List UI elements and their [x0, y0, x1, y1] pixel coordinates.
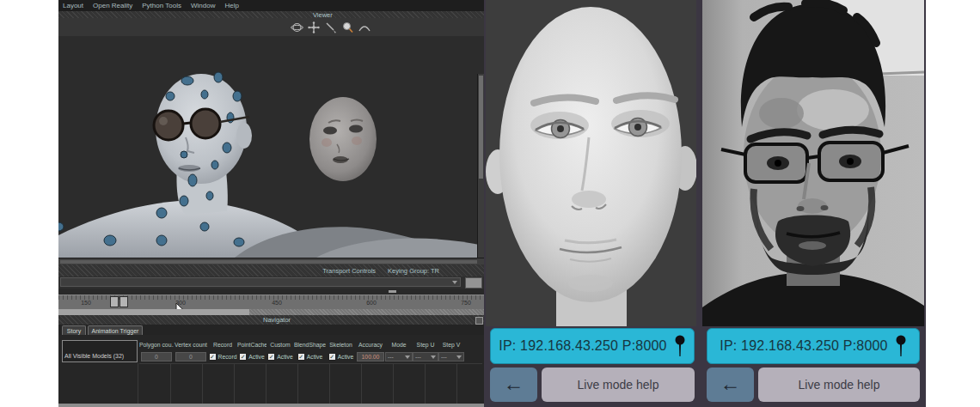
navigator-corner-icon[interactable] [475, 317, 483, 325]
zoom-tool-icon[interactable] [340, 21, 354, 33]
arc-tool-icon[interactable] [358, 21, 371, 33]
menu-help[interactable]: Help [224, 2, 238, 9]
pin-icon [895, 335, 907, 357]
menu-bar: Layout Open Reality Python Tools Window … [58, 0, 484, 11]
custom-checkbox[interactable] [267, 353, 275, 361]
viewer-title-strip [58, 11, 484, 18]
timeline-range-bar [58, 289, 484, 295]
webcam-preview-screen [702, 0, 924, 326]
keying-group-label: Keying Group: TR [388, 267, 439, 275]
timeline-ruler[interactable]: 150 300 450 600 750 [58, 295, 484, 309]
col-vertex-count: Vertex count [174, 342, 208, 351]
ip-address-text: IP: 192.168.43.250 P:8000 [720, 338, 887, 354]
menu-open-reality[interactable]: Open Reality [93, 2, 132, 9]
pen-tool-icon[interactable] [324, 21, 338, 33]
screenshot-root: Layout Open Reality Python Tools Window … [0, 0, 980, 407]
timeline-scrollbar-thumb[interactable] [58, 309, 249, 315]
step-v-dropdown[interactable]: --- [438, 352, 464, 361]
live-mode-help-button[interactable]: Live mode help [758, 368, 920, 402]
polygon-count-field[interactable]: 0 [141, 352, 172, 361]
timeline-scrollbar[interactable] [58, 309, 484, 315]
transport-controls-bar: Transport Controls Keying Group: TR [58, 264, 484, 276]
record-checkbox[interactable] [209, 353, 217, 361]
viewport-3d[interactable]: (Bag [58, 36, 484, 258]
transport-side-button[interactable] [465, 277, 482, 289]
col-mode: Mode [385, 342, 413, 351]
timeline-range-marker[interactable] [389, 290, 396, 293]
table-row: 0 0 Record Active Active Active Active 1… [139, 351, 464, 362]
viewer-toolbar [58, 18, 484, 37]
menu-window[interactable]: Window [191, 2, 215, 9]
back-arrow-icon: ← [720, 374, 741, 394]
timeline-playhead-handle[interactable] [119, 296, 128, 307]
chevron-down-icon [456, 355, 462, 359]
live-mode-app-panels: IP: 192.168.43.250 P:8000 ← Live mode he… [484, 0, 926, 407]
chevron-down-icon [405, 355, 410, 359]
pin-icon [674, 335, 686, 357]
animation-trigger-table: All Visible Models (32) Polygon cou... V… [58, 335, 484, 407]
col-accuracy: Accuracy [356, 342, 385, 351]
tab-story[interactable]: Story [62, 325, 86, 335]
chevron-down-icon [431, 355, 436, 359]
col-step-v: Step V [438, 342, 464, 351]
models-list-item[interactable]: All Visible Models (32) [62, 340, 138, 362]
col-polygon-count: Polygon cou... [139, 342, 174, 351]
col-blendshape: BlendShape [294, 342, 326, 351]
tick-750: 750 [461, 300, 471, 306]
col-skeleton: Skeleton [326, 342, 356, 351]
col-pointcache: PointCache [237, 342, 266, 351]
window-bottom-scrollbar[interactable] [58, 404, 484, 407]
webcam-photo [702, 0, 924, 326]
ip-status-bar: IP: 192.168.43.250 P:8000 [490, 328, 695, 364]
motionbuilder-window: Layout Open Reality Python Tools Window … [58, 0, 484, 407]
back-button[interactable]: ← [707, 368, 754, 402]
blendshape-checkbox[interactable] [297, 353, 305, 361]
back-arrow-icon: ← [504, 374, 524, 394]
transport-dropdown-row [58, 276, 484, 289]
ip-address-text: IP: 192.168.43.250 P:8000 [499, 338, 666, 354]
menu-layout[interactable]: Layout [63, 2, 83, 9]
table-header-row: Polygon cou... Vertex count Record Point… [139, 342, 464, 351]
tick-450: 450 [272, 300, 282, 306]
back-button[interactable]: ← [490, 368, 537, 402]
pan-tool-icon[interactable] [307, 21, 321, 33]
menu-python-tools[interactable]: Python Tools [142, 2, 181, 9]
skeleton-checkbox[interactable] [328, 353, 336, 361]
vertex-count-field[interactable]: 0 [175, 352, 206, 361]
mode-dropdown[interactable]: --- [385, 352, 413, 361]
navigator-tabs: Story Animation Trigger [58, 325, 484, 335]
col-record: Record [208, 342, 237, 351]
ip-status-bar: IP: 192.168.43.250 P:8000 [707, 328, 920, 364]
transport-controls-label: Transport Controls [322, 267, 376, 275]
col-step-u: Step U [413, 342, 438, 351]
table-empty-grid [139, 363, 482, 404]
navigator-pane-title: Navigator [263, 316, 291, 324]
avatar-face-render [486, 0, 696, 326]
pointcache-checkbox[interactable] [239, 353, 247, 361]
col-custom: Custom [266, 342, 294, 351]
table-left-divider [138, 363, 138, 404]
viewport-render [58, 36, 484, 258]
tick-600: 600 [366, 300, 377, 306]
tab-animation-trigger[interactable]: Animation Trigger [88, 325, 143, 335]
live-mode-help-button[interactable]: Live mode help [542, 368, 695, 402]
tick-150: 150 [81, 300, 91, 306]
take-dropdown[interactable] [60, 277, 461, 287]
timeline-playhead[interactable] [110, 296, 119, 307]
accuracy-field[interactable]: 100.00 [357, 352, 384, 361]
step-u-dropdown[interactable]: --- [413, 352, 438, 361]
chevron-down-icon [452, 281, 457, 284]
orbit-tool-icon[interactable] [290, 21, 303, 33]
avatar-preview-screen [486, 0, 696, 326]
